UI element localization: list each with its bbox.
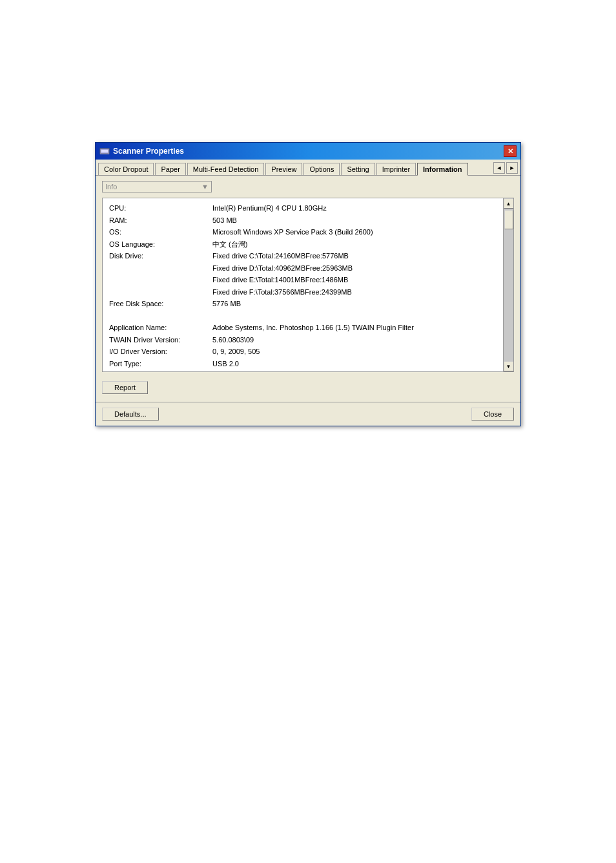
- info-value: Intel(R) Pentium(R) 4 CPU 1.80GHz: [211, 202, 508, 214]
- dialog-title: Scanner Properties: [113, 147, 184, 156]
- dialog-footer: Defaults... Close: [96, 402, 520, 426]
- table-row: Application Name:Adobe Systems, Inc. Pho…: [108, 322, 508, 334]
- tab-preview[interactable]: Preview: [265, 163, 302, 175]
- info-label: Free Disk Space:: [108, 298, 211, 310]
- info-value: Fixed drive F:\Total:37566MBFree:24399MB: [211, 286, 508, 298]
- tab-setting[interactable]: Setting: [341, 163, 375, 175]
- table-row: RAM:503 MB: [108, 214, 508, 227]
- table-row: I/O Driver Version:0, 9, 2009, 505: [108, 346, 508, 358]
- scanner-icon: [99, 146, 110, 156]
- info-label: Application Name:: [108, 322, 211, 334]
- info-dropdown-label: Info: [105, 183, 117, 191]
- report-button[interactable]: Report: [102, 381, 148, 394]
- table-row: TWAIN Driver Version:5.60.0803\09: [108, 334, 508, 346]
- info-value: Fixed drive C:\Total:24160MBFree:5776MB: [211, 250, 508, 262]
- footer-close-button[interactable]: Close: [471, 408, 514, 421]
- svg-rect-1: [101, 150, 108, 152]
- info-value: Adobe Systems, Inc. Photoshop 1.166 (1.5…: [211, 322, 508, 334]
- dialog-body: Info ▼ CPU:Intel(R) Pentium(R) 4 CPU 1.8…: [96, 176, 520, 402]
- table-row: OS:Microsoft Windows XP Service Pack 3 (…: [108, 226, 508, 238]
- tab-information[interactable]: Information: [417, 163, 468, 176]
- info-value: 0, 9, 2009, 505: [211, 346, 508, 358]
- info-label: Port Type:: [108, 358, 211, 370]
- info-label: RAM:: [108, 214, 211, 227]
- scroll-up-button[interactable]: ▲: [504, 198, 514, 209]
- info-value: Fixed drive E:\Total:14001MBFree:1486MB: [211, 274, 508, 286]
- scroll-track[interactable]: [504, 209, 514, 361]
- title-bar: Scanner Properties ✕: [96, 143, 520, 160]
- tab-options[interactable]: Options: [303, 163, 340, 175]
- tab-multi-feed[interactable]: Multi-Feed Detection: [187, 163, 265, 175]
- table-row: Fixed drive E:\Total:14001MBFree:1486MB: [108, 274, 508, 286]
- info-value: 中文 (台灣): [211, 238, 508, 251]
- table-row: ID / Address:USB: [108, 369, 508, 372]
- info-label: ID / Address:: [108, 369, 211, 372]
- defaults-button[interactable]: Defaults...: [102, 408, 159, 421]
- scroll-down-button[interactable]: ▼: [504, 361, 514, 371]
- info-value: 503 MB: [211, 214, 508, 227]
- info-value: 5.60.0803\09: [211, 334, 508, 346]
- tabs-next-button[interactable]: ►: [506, 162, 518, 174]
- table-row: Fixed drive D:\Total:40962MBFree:25963MB: [108, 262, 508, 275]
- info-label: [108, 286, 211, 298]
- info-table: CPU:Intel(R) Pentium(R) 4 CPU 1.80GHzRAM…: [108, 202, 508, 372]
- info-label: Disk Drive:: [108, 250, 211, 262]
- close-button[interactable]: ✕: [504, 145, 517, 157]
- scroll-thumb[interactable]: [504, 210, 513, 229]
- tabs-nav: ◄ ►: [493, 162, 518, 175]
- scrollbar[interactable]: ▲ ▼: [503, 198, 513, 371]
- info-label: [108, 262, 211, 275]
- table-row: [108, 310, 508, 322]
- info-label: CPU:: [108, 202, 211, 214]
- tabs-prev-button[interactable]: ◄: [493, 162, 505, 174]
- scanner-properties-dialog: Scanner Properties ✕ Color Dropout Paper…: [95, 142, 521, 426]
- tab-imprinter[interactable]: Imprinter: [376, 163, 416, 175]
- info-value: Fixed drive D:\Total:40962MBFree:25963MB: [211, 262, 508, 275]
- info-value: USB: [211, 369, 508, 372]
- info-content-area: CPU:Intel(R) Pentium(R) 4 CPU 1.80GHzRAM…: [102, 198, 514, 372]
- info-dropdown[interactable]: Info ▼: [102, 181, 212, 192]
- info-value: USB 2.0: [211, 358, 508, 370]
- table-row: Fixed drive F:\Total:37566MBFree:24399MB: [108, 286, 508, 298]
- info-label: OS:: [108, 226, 211, 238]
- tab-color-dropout[interactable]: Color Dropout: [98, 163, 154, 175]
- info-label: TWAIN Driver Version:: [108, 334, 211, 346]
- tabs-row: Color Dropout Paper Multi-Feed Detection…: [96, 160, 520, 176]
- svg-rect-2: [100, 153, 109, 154]
- info-value: Microsoft Windows XP Service Pack 3 (Bui…: [211, 226, 508, 238]
- tab-paper[interactable]: Paper: [155, 163, 185, 175]
- table-row: Disk Drive:Fixed drive C:\Total:24160MBF…: [108, 250, 508, 262]
- table-row: Port Type:USB 2.0: [108, 358, 508, 370]
- dropdown-arrow-icon: ▼: [201, 183, 209, 191]
- title-bar-left: Scanner Properties: [99, 146, 184, 156]
- info-dropdown-row: Info ▼: [102, 181, 514, 192]
- info-value: 5776 MB: [211, 298, 508, 310]
- table-row: CPU:Intel(R) Pentium(R) 4 CPU 1.80GHz: [108, 202, 508, 214]
- info-label: OS Language:: [108, 238, 211, 251]
- report-row: Report: [102, 379, 514, 397]
- info-label: [108, 274, 211, 286]
- info-label: I/O Driver Version:: [108, 346, 211, 358]
- table-row: OS Language:中文 (台灣): [108, 238, 508, 251]
- table-row: Free Disk Space:5776 MB: [108, 298, 508, 310]
